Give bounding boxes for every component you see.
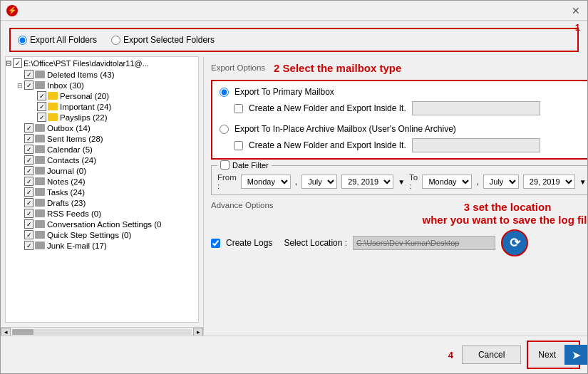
list-item[interactable]: Quick Step Settings (0) bbox=[6, 229, 198, 240]
create-logs-checkbox[interactable] bbox=[211, 239, 220, 248]
list-item[interactable]: Journal (0) bbox=[6, 165, 198, 176]
select-location-label: Select Location : bbox=[284, 238, 347, 248]
folder-icon bbox=[35, 81, 45, 89]
export-all-radio[interactable] bbox=[18, 36, 27, 45]
item-checkbox[interactable] bbox=[24, 166, 33, 175]
scroll-thumb[interactable] bbox=[12, 329, 33, 335]
folder-icon bbox=[35, 145, 45, 153]
horizontal-scrollbar[interactable]: ◂ ▸ bbox=[1, 327, 203, 336]
create-folder-checkbox1[interactable] bbox=[234, 104, 243, 113]
list-item[interactable]: Payslips (22) bbox=[6, 112, 198, 123]
archive-mailbox-radio[interactable] bbox=[220, 125, 229, 134]
list-item[interactable]: Calendar (5) bbox=[6, 144, 198, 155]
item-checkbox[interactable] bbox=[24, 219, 33, 229]
advance-options-label: Advance Options bbox=[211, 201, 274, 209]
item-checkbox[interactable] bbox=[24, 155, 33, 165]
create-folder-checkbox2[interactable] bbox=[234, 141, 243, 150]
browse-button[interactable]: ⟳ bbox=[501, 229, 528, 256]
from-date-select[interactable]: 29, 2019 bbox=[341, 175, 393, 189]
scroll-track[interactable] bbox=[12, 329, 192, 335]
scroll-right[interactable]: ▸ bbox=[193, 328, 203, 336]
date-filter-group: Date Filter From : Monday , July 29, 201… bbox=[211, 165, 587, 195]
from-month-select[interactable]: July bbox=[301, 175, 337, 189]
item-checkbox[interactable] bbox=[24, 241, 33, 250]
list-item[interactable]: Junk E-mail (17) bbox=[6, 240, 198, 251]
list-item[interactable]: Conversation Action Settings (0 bbox=[6, 219, 198, 229]
folder-icon bbox=[35, 177, 45, 185]
item-checkbox[interactable] bbox=[24, 70, 33, 79]
folder-path-input1[interactable] bbox=[412, 101, 540, 115]
export-selected-radio[interactable] bbox=[111, 36, 120, 45]
expander-icon[interactable]: ⊟ bbox=[16, 81, 24, 90]
list-item[interactable]: Important (24) bbox=[6, 101, 198, 112]
titlebar: ⚡ ✕ bbox=[1, 1, 587, 21]
export-selected-option[interactable]: Export Selected Folders bbox=[111, 35, 215, 45]
from-day-select[interactable]: Monday bbox=[241, 175, 291, 189]
item-checkbox[interactable] bbox=[24, 177, 33, 186]
item-checkbox[interactable] bbox=[24, 145, 33, 154]
item-checkbox[interactable] bbox=[37, 102, 46, 111]
list-item[interactable]: Outbox (14) bbox=[6, 123, 198, 133]
step2-label: 2 Select the mailbox type bbox=[274, 62, 401, 74]
list-item[interactable]: Tasks (24) bbox=[6, 187, 198, 197]
step3-text: 3 set the location wher you want to save… bbox=[422, 201, 587, 227]
folder-icon bbox=[35, 71, 45, 78]
folder-icon bbox=[35, 241, 45, 249]
item-checkbox[interactable] bbox=[24, 230, 33, 239]
folder-icon bbox=[35, 220, 45, 228]
main-window: ⚡ ✕ 1 Export All Folders Export Selected… bbox=[0, 0, 588, 374]
to-day-select[interactable]: Monday bbox=[422, 175, 472, 189]
list-item[interactable]: Drafts (23) bbox=[6, 197, 198, 208]
list-item[interactable]: Notes (24) bbox=[6, 176, 198, 187]
folder-icon bbox=[35, 199, 45, 207]
create-logs-label: Create Logs bbox=[226, 238, 272, 248]
titlebar-left: ⚡ bbox=[6, 5, 18, 16]
scroll-left[interactable]: ◂ bbox=[1, 328, 11, 336]
folder-icon bbox=[48, 103, 58, 110]
list-item[interactable]: RSS Feeds (0) bbox=[6, 208, 198, 219]
list-item[interactable]: ⊟ Inbox (30) bbox=[6, 80, 198, 90]
item-checkbox[interactable] bbox=[24, 209, 33, 218]
archive-mailbox-label: Export To In-Place Archive Mailbox (User… bbox=[234, 124, 456, 134]
primary-mailbox-row: Export To Primary Mailbox bbox=[220, 87, 584, 97]
export-options-header: Export Options 2 Select the mailbox type bbox=[211, 62, 587, 74]
next-label: Next bbox=[538, 350, 556, 360]
create-folder-label1: Create a New Folder and Export Inside It… bbox=[249, 103, 406, 113]
location-input[interactable] bbox=[353, 236, 495, 250]
right-panel: Export Options 2 Select the mailbox type… bbox=[204, 56, 587, 336]
list-item[interactable]: Deleted Items (43) bbox=[6, 69, 198, 80]
tree-root[interactable]: ⊟ ✓ E:\Office\PST Files\davidtolar11@... bbox=[6, 57, 198, 69]
folder-tree[interactable]: ⊟ ✓ E:\Office\PST Files\davidtolar11@...… bbox=[5, 56, 199, 323]
folder-icon bbox=[35, 135, 45, 142]
cancel-button[interactable]: Cancel bbox=[462, 346, 521, 364]
folder-icon bbox=[35, 167, 45, 175]
create-folder-row1: Create a New Folder and Export Inside It… bbox=[220, 101, 584, 115]
app-icon: ⚡ bbox=[6, 5, 18, 16]
item-checkbox[interactable] bbox=[24, 80, 33, 90]
create-folder-label2: Create a New Folder and Export Inside It… bbox=[249, 140, 406, 150]
item-checkbox[interactable] bbox=[24, 123, 33, 133]
folder-path-input2[interactable] bbox=[412, 138, 540, 152]
export-options-label: Export Options bbox=[211, 63, 265, 72]
export-all-option[interactable]: Export All Folders bbox=[18, 35, 97, 45]
item-checkbox[interactable] bbox=[24, 134, 33, 143]
item-checkbox[interactable] bbox=[24, 198, 33, 207]
date-filter-checkbox[interactable] bbox=[220, 160, 229, 170]
item-checkbox[interactable] bbox=[37, 113, 46, 122]
primary-mailbox-label: Export To Primary Mailbox bbox=[234, 87, 334, 97]
main-content: ⊟ ✓ E:\Office\PST Files\davidtolar11@...… bbox=[1, 56, 587, 336]
to-date-select[interactable]: 29, 2019 bbox=[523, 175, 575, 189]
close-button[interactable]: ✕ bbox=[570, 5, 582, 16]
item-checkbox[interactable] bbox=[37, 91, 46, 100]
date-filter-legend: Date Filter bbox=[217, 160, 272, 170]
item-checkbox[interactable] bbox=[24, 187, 33, 197]
list-item[interactable]: Sent Items (28) bbox=[6, 133, 198, 144]
list-item[interactable]: Contacts (24) bbox=[6, 155, 198, 165]
export-options-box: Export To Primary Mailbox Create a New F… bbox=[211, 80, 587, 160]
next-button[interactable]: Next ➤ bbox=[527, 341, 580, 369]
to-month-select[interactable]: July bbox=[483, 175, 519, 189]
from-label: From : bbox=[217, 173, 237, 190]
list-item[interactable]: Personal (20) bbox=[6, 90, 198, 101]
primary-mailbox-radio[interactable] bbox=[220, 88, 229, 97]
folder-icon bbox=[35, 209, 45, 217]
